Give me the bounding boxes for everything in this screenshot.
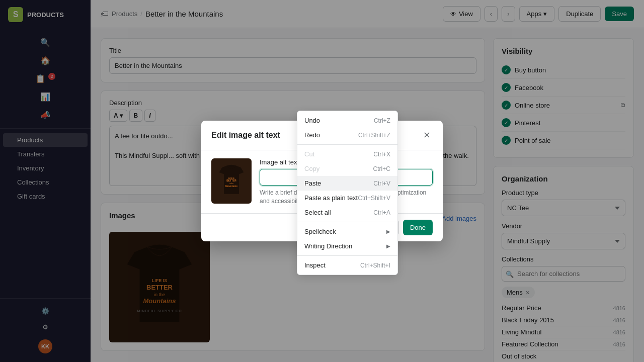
context-item-paste-plain[interactable]: Paste as plain text Ctrl+Shift+V xyxy=(297,191,397,205)
context-item-writing-dir[interactable]: Writing Direction ▶ xyxy=(297,239,397,253)
context-item-undo[interactable]: Undo Ctrl+Z xyxy=(297,113,397,128)
context-item-select-all-shortcut: Ctrl+A xyxy=(373,209,390,216)
modal-product-image: LIFE IS BETTER in the Mountains xyxy=(211,158,252,204)
context-item-undo-label: Undo xyxy=(304,117,320,124)
context-item-copy-label: Copy xyxy=(304,165,319,172)
context-item-spellcheck[interactable]: Spellcheck ▶ xyxy=(297,224,397,239)
context-item-redo[interactable]: Redo Ctrl+Shift+Z xyxy=(297,128,397,142)
context-item-copy-shortcut: Ctrl+C xyxy=(373,165,390,172)
done-button[interactable]: Done xyxy=(403,220,433,235)
context-item-paste-label: Paste xyxy=(304,179,321,187)
context-item-spellcheck-arrow: ▶ xyxy=(386,229,390,234)
svg-text:LIFE IS: LIFE IS xyxy=(228,177,234,179)
context-item-cut[interactable]: Cut Ctrl+X xyxy=(297,147,397,161)
modal-tshirt-svg: LIFE IS BETTER in the Mountains xyxy=(216,162,247,200)
context-divider-1 xyxy=(297,144,397,145)
context-item-select-all[interactable]: Select all Ctrl+A xyxy=(297,205,397,220)
context-item-cut-shortcut: Ctrl+X xyxy=(373,151,390,158)
svg-text:in the: in the xyxy=(229,183,233,185)
context-item-inspect[interactable]: Inspect Ctrl+Shift+I xyxy=(297,258,397,273)
svg-text:BETTER: BETTER xyxy=(226,180,236,183)
context-item-writing-dir-arrow: ▶ xyxy=(386,243,390,249)
modal-title: Edit image alt text xyxy=(211,131,280,140)
context-item-redo-label: Redo xyxy=(304,131,320,139)
context-item-redo-shortcut: Ctrl+Shift+Z xyxy=(358,132,390,139)
context-divider-3 xyxy=(297,255,397,256)
modal-close-button[interactable]: ✕ xyxy=(421,129,433,142)
context-item-paste-shortcut: Ctrl+V xyxy=(373,180,390,187)
context-menu: Undo Ctrl+Z Redo Ctrl+Shift+Z Cut Ctrl+X… xyxy=(297,111,398,275)
context-item-writing-dir-label: Writing Direction xyxy=(304,242,352,250)
context-item-copy[interactable]: Copy Ctrl+C xyxy=(297,161,397,176)
context-item-undo-shortcut: Ctrl+Z xyxy=(374,117,390,124)
context-item-cut-label: Cut xyxy=(304,150,314,158)
context-item-paste-plain-label: Paste as plain text xyxy=(304,194,358,202)
context-item-paste[interactable]: Paste Ctrl+V xyxy=(297,176,397,191)
context-item-inspect-shortcut: Ctrl+Shift+I xyxy=(360,262,390,269)
context-divider-2 xyxy=(297,222,397,222)
context-item-paste-plain-shortcut: Ctrl+Shift+V xyxy=(358,195,390,202)
context-item-spellcheck-label: Spellcheck xyxy=(304,228,336,235)
context-item-inspect-label: Inspect xyxy=(304,261,326,269)
context-item-select-all-label: Select all xyxy=(304,209,331,216)
svg-text:Mountains: Mountains xyxy=(225,185,238,188)
